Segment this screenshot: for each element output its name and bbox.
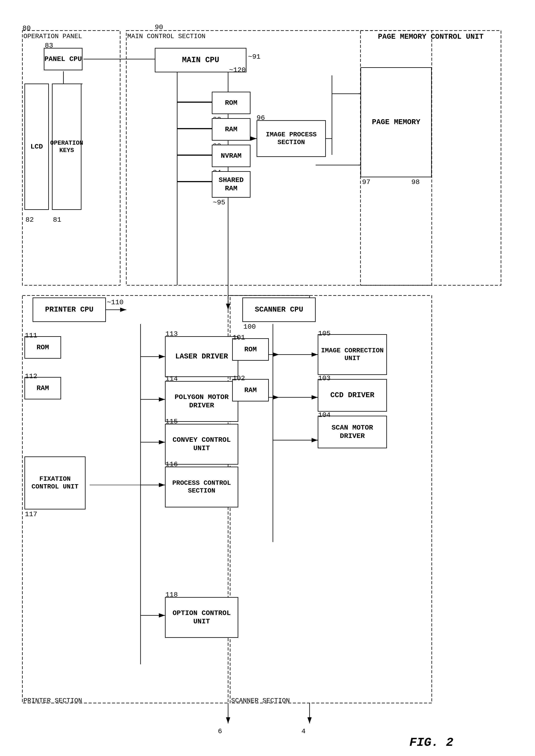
main-control-label: MAIN CONTROL SECTION xyxy=(127,33,206,40)
printer-cpu-box: PRINTER CPU xyxy=(33,298,106,322)
ref-100: 100 xyxy=(243,323,256,331)
ref-101: 101 xyxy=(233,334,245,341)
convey-control-box: CONVEY CONTROL UNIT xyxy=(165,424,238,465)
ref-110: ~110 xyxy=(107,299,124,306)
nvram-94-box: NVRAM xyxy=(212,145,250,167)
shared-ram-box: SHARED RAM xyxy=(212,171,250,198)
ref-120: ~120 xyxy=(229,66,246,74)
image-process-box: IMAGE PROCESS SECTION xyxy=(257,120,326,157)
ref-80: 80 xyxy=(22,24,31,32)
polygon-motor-box: POLYGON MOTOR DRIVER xyxy=(165,381,238,422)
ref-104: 104 xyxy=(318,411,330,419)
ref-105: 105 xyxy=(318,330,330,337)
scanner-cpu-box: SCANNER CPU xyxy=(242,298,316,322)
figure-label: FIG. 2 xyxy=(409,736,453,749)
ref-6: 6 xyxy=(218,727,222,735)
nvram-bus-h xyxy=(177,155,212,156)
ref-96: 96 xyxy=(257,114,265,122)
panel-cpu-line-v xyxy=(63,71,64,84)
panel-cpu-line-h xyxy=(63,84,82,84)
fixation-control-box: FIXATION CONTROL UNIT xyxy=(24,456,86,509)
ref-82: 82 xyxy=(25,216,34,224)
ref-103: 103 xyxy=(318,374,330,382)
ref-102: 102 xyxy=(233,374,245,382)
ram-112-box: RAM xyxy=(24,377,61,399)
process-control-box: PROCESS CONTROL SECTION xyxy=(165,467,238,508)
option-control-box: OPTION CONTROL UNIT xyxy=(165,597,238,638)
rom-bus-h xyxy=(177,102,212,103)
operation-panel-label: OPERATION PANEL xyxy=(23,33,82,40)
ref-81: 81 xyxy=(53,216,61,224)
ram-102-box: RAM xyxy=(232,379,269,401)
page-memory-box: PAGE MEMORY xyxy=(360,67,432,177)
ram-93-box: RAM xyxy=(212,118,250,141)
ref-116: 116 xyxy=(165,460,178,468)
ref-112: 112 xyxy=(25,372,37,380)
rom-101-box: ROM xyxy=(232,338,269,361)
ccd-driver-box: CCD DRIVER xyxy=(318,379,387,412)
panel-cpu-box: PANEL CPU xyxy=(44,48,82,70)
ref-95: ~95 xyxy=(213,199,225,206)
ref-117: 117 xyxy=(25,510,37,518)
ref-91: ~91 xyxy=(248,53,261,61)
rom-111-box: ROM xyxy=(24,336,61,359)
ref-98: 98 xyxy=(411,178,420,186)
ref-111: 111 xyxy=(25,332,37,339)
image-correction-box: IMAGE CORRECTION UNIT xyxy=(318,334,387,375)
ref-4: 4 xyxy=(301,727,305,735)
lcd-box: LCD xyxy=(24,84,49,210)
laser-driver-box: LASER DRIVER xyxy=(165,336,238,377)
printer-section-label: PRINTER SECTION xyxy=(23,697,82,705)
ram-bus-h xyxy=(177,129,212,129)
ref-83: 83 xyxy=(45,42,53,49)
ref-90: 90 xyxy=(155,23,163,31)
ref-113: 113 xyxy=(165,330,178,338)
ref-115: 115 xyxy=(165,418,178,425)
operation-keys-box: OPERATION KEYS xyxy=(52,84,81,210)
ref-97: 97 xyxy=(362,178,370,186)
ref-114: 114 xyxy=(165,375,178,383)
ref-118: 118 xyxy=(165,591,178,599)
page-memory-control-label: PAGE MEMORY CONTROL UNIT xyxy=(361,33,500,41)
scan-motor-box: SCAN MOTOR DRIVER xyxy=(318,416,387,448)
sharedram-bus-h xyxy=(177,182,212,182)
scanner-section-label: SCANNER SECTION xyxy=(231,697,290,705)
rom-92-box: ROM xyxy=(212,92,250,114)
